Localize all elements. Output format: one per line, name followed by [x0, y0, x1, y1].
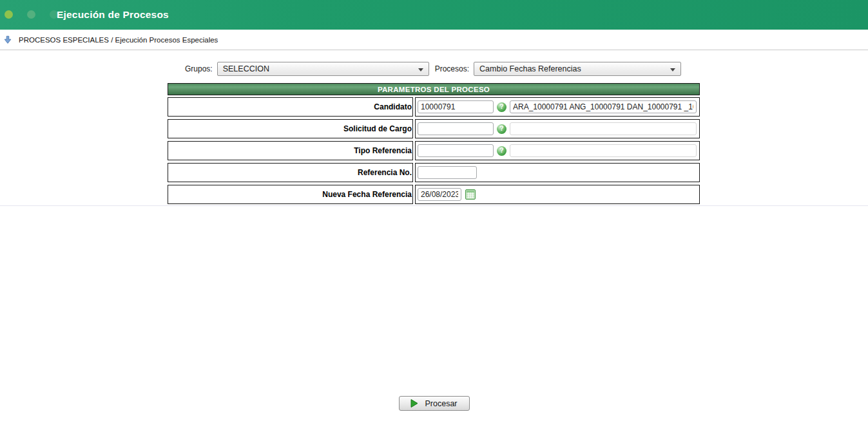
panel-bottom-divider [0, 205, 868, 206]
filters-row: Grupos: SELECCION Procesos: Cambio Fecha… [185, 62, 681, 76]
referencia-no-input[interactable] [418, 166, 477, 179]
row-label: Candidato [168, 97, 413, 117]
row-inputs [415, 163, 700, 182]
table-row-tipo-referencia: Tipo Referencia [168, 141, 700, 160]
table-row-referencia-no: Referencia No. [168, 163, 700, 182]
help-question-icon[interactable] [497, 124, 506, 134]
chevron-down-icon [670, 68, 675, 71]
row-inputs [415, 185, 700, 204]
procesos-select[interactable]: Cambio Fechas Referencias [474, 62, 681, 76]
table-row-nueva-fecha-referencia: Nueva Fecha Referencia [168, 185, 700, 204]
procesar-button-label: Procesar [425, 399, 457, 408]
grupos-label: Grupos: [185, 64, 213, 73]
tipo-referencia-code-input[interactable] [418, 144, 494, 157]
row-inputs [415, 97, 700, 117]
grupos-selected-value: SELECCION [223, 64, 269, 73]
solicitud-code-input[interactable] [418, 122, 494, 135]
page-title: Ejecución de Procesos [57, 0, 169, 30]
procesar-button[interactable]: Procesar [399, 396, 470, 411]
table-row-solicitud-de-cargo: Solicitud de Cargo [168, 119, 700, 138]
params-table: PARAMETROS DEL PROCESO Candidato Solicit… [168, 83, 700, 207]
chevron-down-icon [418, 68, 423, 71]
header-divider [0, 50, 868, 50]
candidato-description-input[interactable] [510, 100, 697, 113]
row-label: Solicitud de Cargo [168, 119, 413, 138]
candidato-code-input[interactable] [418, 100, 494, 113]
tipo-referencia-description-input[interactable] [510, 144, 697, 157]
window-dot-icon [5, 10, 13, 19]
solicitud-description-input[interactable] [510, 122, 697, 135]
app-header: Ejecución de Procesos [0, 0, 868, 30]
grupos-select[interactable]: SELECCION [217, 62, 429, 76]
params-table-title: PARAMETROS DEL PROCESO [168, 83, 700, 95]
row-label: Nueva Fecha Referencia [168, 185, 413, 204]
procesos-selected-value: Cambio Fechas Referencias [479, 64, 581, 73]
row-inputs [415, 141, 700, 160]
row-inputs [415, 119, 700, 138]
calendar-icon[interactable] [465, 189, 476, 200]
window-dot-icon [27, 10, 35, 19]
table-row-candidato: Candidato [168, 97, 700, 117]
play-icon [410, 399, 418, 408]
row-label: Tipo Referencia [168, 141, 413, 160]
row-label: Referencia No. [168, 163, 413, 182]
fecha-referencia-input[interactable] [418, 188, 461, 201]
procesos-label: Procesos: [435, 64, 469, 73]
breadcrumb-text: PROCESOS ESPECIALES / Ejecución Procesos… [19, 36, 218, 44]
down-arrow-icon [3, 35, 13, 45]
help-question-icon[interactable] [497, 102, 506, 112]
breadcrumb: PROCESOS ESPECIALES / Ejecución Procesos… [0, 30, 868, 50]
help-question-icon[interactable] [497, 146, 506, 156]
